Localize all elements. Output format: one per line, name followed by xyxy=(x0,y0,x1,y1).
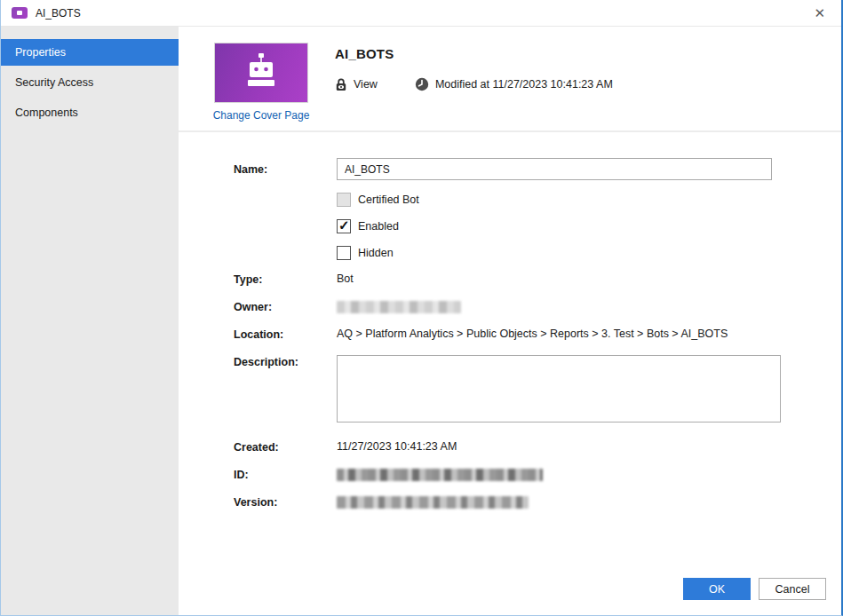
description-label: Description: xyxy=(234,355,337,368)
type-label: Type: xyxy=(234,272,337,286)
sidebar-item-security-access[interactable]: Security Access xyxy=(1,69,179,96)
cancel-button[interactable]: Cancel xyxy=(759,578,826,600)
created-label: Created: xyxy=(234,440,337,454)
permission-label: View xyxy=(354,78,378,91)
bot-icon xyxy=(12,7,28,19)
version-value-redacted xyxy=(337,496,529,509)
properties-form: Name: Certified Bot Enabled Hidden xyxy=(179,132,841,615)
location-value: AQ > Platform Analytics > Public Objects… xyxy=(337,328,728,340)
owner-label: Owner: xyxy=(234,300,337,313)
owner-value-redacted xyxy=(337,301,461,313)
robot-icon xyxy=(235,52,288,93)
id-value-redacted xyxy=(337,469,543,481)
name-input[interactable] xyxy=(337,158,772,180)
window-title: AI_BOTS xyxy=(36,7,81,20)
version-label: Version: xyxy=(234,495,337,509)
object-title: AI_BOTS xyxy=(335,46,613,61)
certified-bot-label: Certified Bot xyxy=(358,193,419,206)
sidebar-item-components[interactable]: Components xyxy=(1,99,179,126)
clock-icon xyxy=(415,77,429,91)
modified-text: Modified at 11/27/2023 10:41:23 AM xyxy=(435,78,613,91)
properties-dialog: AI_BOTS ✕ Properties Security Access Com… xyxy=(0,0,843,616)
sidebar: Properties Security Access Components xyxy=(1,27,179,615)
created-value: 11/27/2023 10:41:23 AM xyxy=(337,440,457,453)
header-section: Change Cover Page AI_BOTS View xyxy=(179,27,841,132)
change-cover-page-link[interactable]: Change Cover Page xyxy=(213,109,310,122)
description-textarea[interactable] xyxy=(337,355,781,423)
close-icon[interactable]: ✕ xyxy=(807,4,832,21)
certified-bot-checkbox xyxy=(337,193,351,207)
cover-image xyxy=(214,43,308,103)
location-label: Location: xyxy=(234,328,337,341)
main-panel: Change Cover Page AI_BOTS View xyxy=(179,27,841,615)
title-bar: AI_BOTS ✕ xyxy=(1,0,841,27)
permission-indicator: View xyxy=(335,77,378,91)
sidebar-item-properties[interactable]: Properties xyxy=(1,39,179,66)
type-value: Bot xyxy=(337,272,354,285)
modified-indicator: Modified at 11/27/2023 10:41:23 AM xyxy=(415,77,613,91)
lock-view-icon xyxy=(335,77,347,91)
id-label: ID: xyxy=(234,468,337,481)
name-label: Name: xyxy=(234,163,337,176)
dialog-footer: OK Cancel xyxy=(683,578,826,600)
ok-button[interactable]: OK xyxy=(683,578,751,600)
enabled-label: Enabled xyxy=(358,220,399,233)
hidden-checkbox[interactable] xyxy=(337,246,351,260)
hidden-label: Hidden xyxy=(358,247,394,259)
enabled-checkbox[interactable] xyxy=(337,219,351,233)
